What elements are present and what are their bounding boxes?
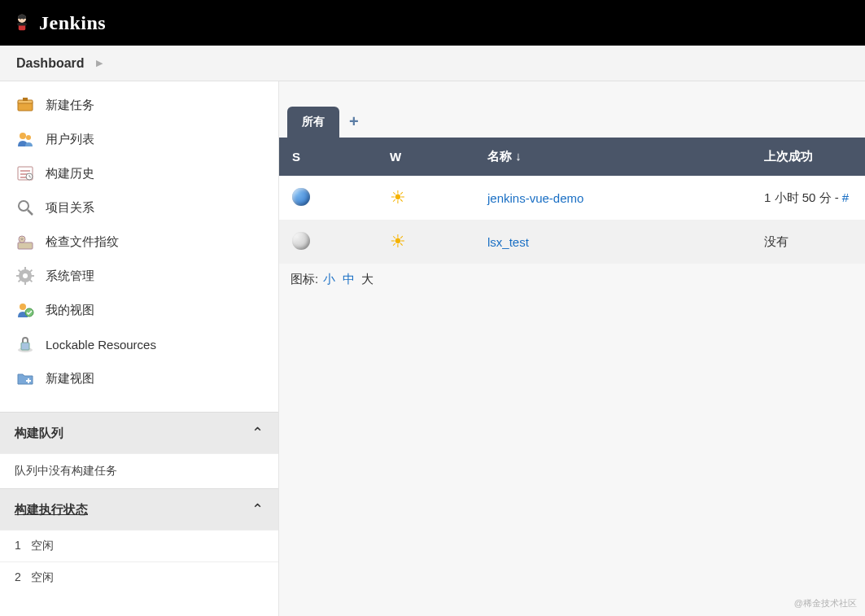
chevron-right-icon: ▶ bbox=[96, 58, 103, 68]
svg-point-1 bbox=[20, 18, 21, 20]
new-item-icon bbox=[16, 96, 34, 114]
fingerprint-icon bbox=[16, 233, 34, 251]
task-build-history[interactable]: 构建历史 bbox=[0, 156, 278, 190]
job-row: ☀ lsx_test 没有 bbox=[279, 220, 865, 264]
task-label: 项目关系 bbox=[46, 200, 94, 216]
icon-size-medium[interactable]: 中 bbox=[343, 272, 355, 286]
tab-add-view[interactable]: + bbox=[339, 106, 369, 138]
svg-point-29 bbox=[20, 304, 26, 310]
svg-rect-23 bbox=[16, 275, 20, 277]
last-success-cell: 没有 bbox=[751, 220, 865, 264]
sidebar: 新建任务 用户列表 构建历史 项目关系 检查文件指纹 系统管理 bbox=[0, 81, 279, 616]
jenkins-logo[interactable]: Jenkins bbox=[13, 12, 106, 34]
svg-point-20 bbox=[23, 273, 28, 278]
icon-size-small[interactable]: 小 bbox=[323, 272, 335, 286]
svg-rect-7 bbox=[23, 98, 28, 101]
col-last-success[interactable]: 上次成功 bbox=[751, 138, 865, 176]
executor-status: 空闲 bbox=[31, 570, 54, 585]
task-manage[interactable]: 系统管理 bbox=[0, 259, 278, 293]
breadcrumb-bar: Dashboard ▶ bbox=[0, 46, 865, 81]
chevron-up-icon[interactable]: ⌃ bbox=[251, 424, 264, 442]
tab-all[interactable]: 所有 bbox=[287, 107, 339, 138]
main-panel: 所有 + S W 名称 ↓ 上次成功 ☀ jenkins-vue-demo 1 … bbox=[279, 81, 865, 616]
svg-line-16 bbox=[28, 210, 33, 215]
task-label: 构建历史 bbox=[46, 166, 94, 181]
task-fingerprint[interactable]: 检查文件指纹 bbox=[0, 225, 278, 259]
task-my-views[interactable]: 我的视图 bbox=[0, 293, 278, 327]
breadcrumb-dashboard[interactable]: Dashboard bbox=[16, 56, 85, 71]
icon-size-row: 图标: 小 中 大 bbox=[279, 264, 865, 295]
svg-rect-32 bbox=[21, 343, 29, 350]
search-icon bbox=[16, 199, 34, 216]
svg-rect-22 bbox=[24, 282, 26, 285]
svg-rect-34 bbox=[26, 380, 31, 382]
svg-rect-21 bbox=[24, 267, 26, 270]
job-link[interactable]: jenkins-vue-demo bbox=[487, 191, 583, 205]
gear-icon bbox=[16, 267, 34, 285]
build-queue-header: 构建队列 ⌃ bbox=[0, 412, 278, 453]
task-label: 我的视图 bbox=[46, 303, 94, 318]
task-label: 用户列表 bbox=[46, 132, 94, 147]
executor-row: 2 空闲 bbox=[0, 561, 278, 593]
executor-status: 空闲 bbox=[31, 539, 54, 553]
watermark: @稀金技术社区 bbox=[794, 597, 857, 609]
build-queue-empty: 队列中没有构建任务 bbox=[0, 453, 278, 488]
task-new-item[interactable]: 新建任务 bbox=[0, 88, 278, 122]
icon-size-label: 图标: bbox=[291, 272, 318, 286]
icon-size-large: 大 bbox=[361, 272, 374, 286]
task-new-view[interactable]: 新建视图 bbox=[0, 361, 278, 395]
jenkins-header: Jenkins bbox=[0, 0, 865, 46]
last-success-cell: 1 小时 50 分 - # bbox=[751, 176, 865, 220]
view-tabs: 所有 + bbox=[287, 106, 865, 138]
svg-point-15 bbox=[19, 201, 28, 211]
task-people[interactable]: 用户列表 bbox=[0, 122, 278, 156]
svg-rect-24 bbox=[31, 275, 34, 277]
lock-icon bbox=[16, 335, 34, 353]
task-label: 系统管理 bbox=[46, 269, 94, 284]
col-name[interactable]: 名称 ↓ bbox=[474, 138, 751, 176]
task-label: 新建视图 bbox=[46, 371, 94, 387]
folder-plus-icon bbox=[16, 369, 34, 387]
weather-sunny-icon: ☀ bbox=[390, 231, 406, 251]
build-history-icon bbox=[16, 164, 34, 182]
executor-num: 1 bbox=[15, 539, 21, 553]
chevron-up-icon[interactable]: ⌃ bbox=[251, 500, 264, 518]
status-ball-grey bbox=[292, 232, 310, 250]
task-relations[interactable]: 项目关系 bbox=[0, 190, 278, 225]
people-icon bbox=[16, 130, 34, 148]
svg-point-8 bbox=[20, 133, 26, 139]
side-tasks: 新建任务 用户列表 构建历史 项目关系 检查文件指纹 系统管理 bbox=[0, 81, 278, 412]
task-label: 检查文件指纹 bbox=[46, 234, 119, 250]
svg-rect-17 bbox=[18, 242, 33, 249]
build-queue-title: 构建队列 bbox=[15, 426, 63, 441]
job-row: ☀ jenkins-vue-demo 1 小时 50 分 - # bbox=[279, 176, 865, 220]
job-table: S W 名称 ↓ 上次成功 ☀ jenkins-vue-demo 1 小时 50… bbox=[279, 138, 865, 264]
svg-point-2 bbox=[23, 18, 24, 20]
my-views-icon bbox=[16, 301, 34, 319]
weather-sunny-icon: ☀ bbox=[390, 187, 406, 208]
executors-title[interactable]: 构建执行状态 bbox=[15, 502, 88, 518]
col-weather[interactable]: W bbox=[377, 138, 474, 176]
task-label: Lockable Resources bbox=[46, 338, 156, 352]
executor-row: 1 空闲 bbox=[0, 530, 278, 561]
build-link[interactable]: # bbox=[842, 190, 849, 204]
executor-num: 2 bbox=[15, 570, 21, 585]
task-lockable[interactable]: Lockable Resources bbox=[0, 327, 278, 361]
job-link[interactable]: lsx_test bbox=[487, 235, 529, 249]
executors-header: 构建执行状态 ⌃ bbox=[0, 488, 278, 530]
jenkins-icon bbox=[13, 14, 31, 32]
svg-point-9 bbox=[26, 135, 31, 140]
col-status[interactable]: S bbox=[279, 138, 377, 176]
svg-rect-4 bbox=[17, 23, 27, 25]
jenkins-logo-text: Jenkins bbox=[39, 12, 106, 34]
status-ball-blue bbox=[292, 188, 310, 206]
task-label: 新建任务 bbox=[46, 98, 94, 113]
